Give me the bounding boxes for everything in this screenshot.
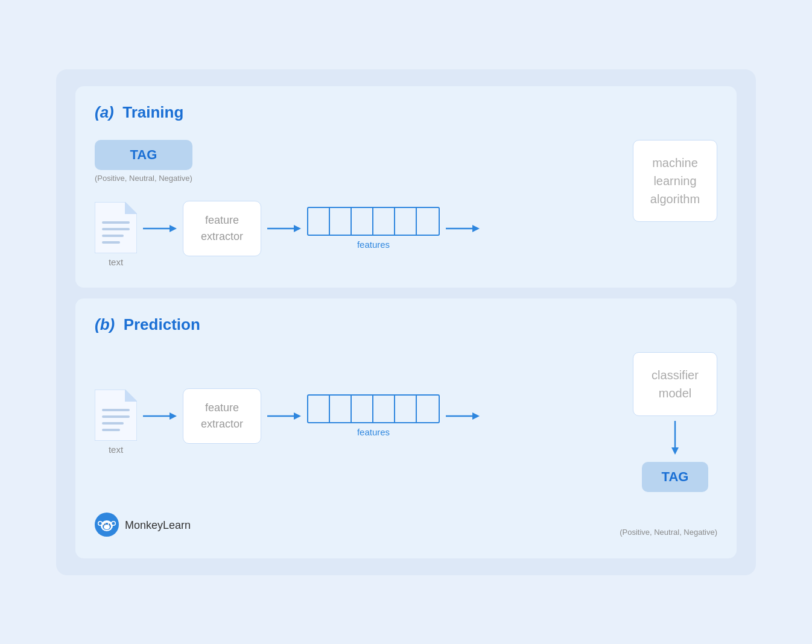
svg-point-33: [112, 522, 115, 525]
svg-rect-5: [102, 241, 120, 244]
prediction-features-label: features: [357, 427, 390, 437]
prediction-features-cells: [307, 394, 440, 423]
svg-rect-17: [102, 429, 120, 431]
training-ml-algo: machinelearningalgorithm: [633, 140, 717, 222]
pred-feature-cell-4: [373, 396, 395, 422]
pred-feature-cell-1: [308, 396, 330, 422]
prediction-bottom-row: MonkeyLearn (Positive, Neutral, Negative…: [95, 500, 717, 539]
pred-feature-cell-6: [417, 396, 439, 422]
svg-rect-15: [102, 415, 130, 418]
pred-feature-cell-3: [352, 396, 373, 422]
feature-cell-1: [308, 208, 330, 235]
prediction-tag-subtitle: (Positive, Neutral, Negative): [620, 528, 717, 537]
prediction-features-grid: features: [307, 394, 440, 437]
training-tag-subtitle: (Positive, Neutral, Negative): [95, 174, 192, 183]
prediction-right-col: classifiermodel TAG: [633, 352, 717, 492]
training-title: (a) Training: [95, 103, 717, 122]
feature-cell-4: [373, 208, 395, 235]
training-feature-extractor: featureextractor: [183, 201, 261, 256]
feature-cell-2: [330, 208, 352, 235]
pred-feature-cell-5: [395, 396, 417, 422]
arrow-features-to-ml: [446, 222, 480, 235]
logo-text: MonkeyLearn: [125, 519, 191, 532]
training-doc-icon: [95, 202, 137, 253]
svg-point-37: [109, 523, 110, 525]
prediction-text-label: text: [109, 444, 123, 455]
prediction-classifier: classifiermodel: [633, 352, 717, 416]
svg-point-29: [104, 525, 110, 529]
prediction-tag-output-label: TAG: [642, 462, 708, 492]
prediction-label-text: Prediction: [124, 315, 200, 333]
svg-marker-25: [671, 447, 679, 455]
feature-cell-6: [417, 208, 439, 235]
training-ml-algo-label: machinelearningalgorithm: [650, 156, 700, 206]
svg-marker-1: [125, 202, 137, 214]
pred-arrow-extractor-to-features: [267, 409, 301, 423]
training-tag-label: TAG: [95, 140, 192, 170]
svg-marker-13: [125, 390, 137, 402]
svg-marker-23: [472, 412, 480, 420]
prediction-section: (b) Prediction text: [75, 298, 737, 558]
prediction-doc-icon: [95, 390, 137, 441]
prediction-tag-output: TAG: [642, 462, 708, 492]
svg-marker-7: [170, 225, 177, 232]
svg-marker-19: [170, 412, 177, 420]
training-features-grid: features: [307, 207, 440, 250]
feature-cell-5: [395, 208, 417, 235]
pred-down-arrow: [668, 421, 682, 457]
svg-point-32: [99, 522, 102, 525]
svg-rect-3: [102, 228, 130, 230]
training-label-letter: (a): [95, 103, 114, 121]
training-text-label: text: [109, 257, 123, 267]
training-feature-extractor-label: featureextractor: [201, 214, 243, 242]
arrow-extractor-to-features: [267, 222, 301, 235]
svg-rect-16: [102, 422, 124, 425]
feature-cell-3: [352, 208, 373, 235]
svg-rect-4: [102, 235, 124, 237]
prediction-classifier-label: classifiermodel: [652, 368, 699, 400]
prediction-feature-extractor: featureextractor: [183, 388, 261, 444]
arrow-doc-to-extractor: [143, 222, 177, 235]
pred-arrow-doc-to-extractor: [143, 409, 177, 423]
svg-rect-2: [102, 221, 130, 224]
diagram-wrapper: (a) Training TAG (Positive, Neutral, Neg…: [56, 69, 756, 575]
prediction-label-letter: (b): [95, 315, 115, 333]
logo-area: MonkeyLearn: [95, 513, 191, 539]
pred-feature-cell-2: [330, 396, 352, 422]
svg-marker-9: [294, 225, 301, 232]
svg-rect-14: [102, 409, 130, 411]
monkeylearn-logo-icon: [95, 513, 119, 539]
svg-marker-21: [294, 412, 301, 420]
training-section: (a) Training TAG (Positive, Neutral, Neg…: [75, 86, 737, 288]
svg-marker-11: [472, 225, 480, 232]
svg-point-36: [104, 523, 106, 525]
training-tag-box: TAG (Positive, Neutral, Negative): [95, 140, 192, 183]
training-label-text: Training: [122, 103, 183, 121]
prediction-feature-extractor-label: featureextractor: [201, 402, 243, 430]
training-features-cells: [307, 207, 440, 236]
pred-arrow-features-to-classifier: [446, 409, 480, 423]
prediction-title: (b) Prediction: [95, 315, 717, 334]
training-features-label: features: [357, 239, 390, 250]
